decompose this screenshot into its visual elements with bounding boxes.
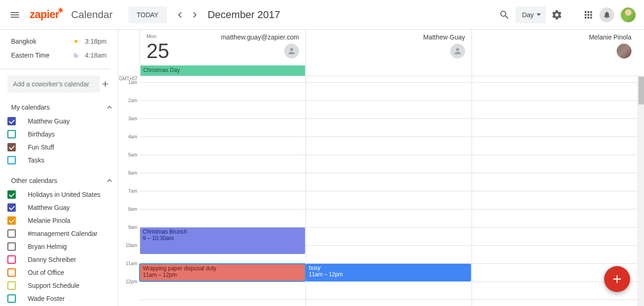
section-title: My calendars bbox=[11, 104, 105, 111]
chevron-left-icon bbox=[174, 9, 185, 20]
date-range-label[interactable]: December 2017 bbox=[208, 9, 281, 21]
calendar-label: Tasks bbox=[28, 156, 45, 164]
view-selector-label: Day bbox=[522, 11, 534, 19]
calendar-item[interactable]: Danny Schreiber bbox=[0, 253, 118, 266]
notifications-button[interactable] bbox=[599, 7, 614, 22]
calendar-label: Melanie Pinola bbox=[28, 217, 70, 224]
chevron-right-icon bbox=[189, 9, 200, 20]
calendar-checkbox[interactable] bbox=[7, 216, 16, 225]
calendar-item[interactable]: Fun Stuff bbox=[0, 141, 118, 154]
calendar-checkbox[interactable] bbox=[7, 143, 16, 151]
calendar-section-header[interactable]: My calendars bbox=[0, 100, 118, 115]
timezone-row[interactable]: Bangkok 3:18pm bbox=[0, 34, 118, 48]
chevron-up-icon bbox=[105, 176, 114, 185]
view-selector[interactable]: Day bbox=[516, 7, 546, 23]
section-title: Other calendars bbox=[11, 177, 105, 184]
today-button[interactable]: TODAY bbox=[128, 7, 167, 23]
column-avatar[interactable] bbox=[450, 44, 465, 59]
column-owner: Matthew Guay bbox=[423, 33, 465, 41]
allday-event[interactable]: Christmas Day bbox=[140, 65, 305, 76]
calendar-label: Support Schedule bbox=[28, 282, 79, 289]
chevron-up-icon bbox=[105, 103, 114, 112]
calendar-item[interactable]: Tasks bbox=[0, 154, 118, 167]
calendar-label: Matthew Guay bbox=[28, 204, 70, 211]
calendar-label: Wade Foster bbox=[28, 295, 65, 302]
calendar-checkbox[interactable] bbox=[7, 130, 16, 138]
calendar-label: Fun Stuff bbox=[28, 143, 54, 151]
calendar-item[interactable]: #management Calendar bbox=[0, 227, 118, 240]
calendar-item[interactable]: Holidays in United States bbox=[0, 188, 118, 201]
logo[interactable]: zapier✱ Calendar bbox=[30, 8, 113, 21]
calendar-label: Bryan Helmig bbox=[28, 243, 67, 250]
calendar-checkbox[interactable] bbox=[7, 268, 16, 277]
calendar-item[interactable]: Wade Foster bbox=[0, 292, 118, 305]
plus-icon bbox=[101, 79, 110, 89]
schedule-body[interactable]: GMT+07 1am2am3am4am5am6am7am8am9am10am11… bbox=[118, 76, 644, 306]
calendar-checkbox[interactable] bbox=[7, 203, 16, 212]
date-nav bbox=[172, 7, 202, 22]
calendar-checkbox[interactable] bbox=[7, 156, 16, 164]
person-column[interactable]: busy11am – 12pm bbox=[306, 76, 472, 306]
search-button[interactable] bbox=[495, 6, 514, 24]
sun-icon bbox=[72, 37, 80, 46]
calendar-item[interactable]: Support Schedule bbox=[0, 279, 118, 292]
column-avatar[interactable] bbox=[284, 44, 299, 59]
calendar-checkbox[interactable] bbox=[7, 281, 16, 290]
column-avatar[interactable] bbox=[617, 44, 631, 59]
next-button[interactable] bbox=[187, 7, 202, 22]
bell-icon bbox=[603, 11, 611, 19]
divider bbox=[0, 69, 110, 69]
date-gutter bbox=[118, 30, 140, 76]
calendar-event[interactable]: busy11am – 12pm bbox=[306, 264, 471, 281]
calendar-section-header[interactable]: Other calendars bbox=[0, 173, 118, 188]
schedule-view: Mon25 matthew.guay@zapier.com Christmas … bbox=[118, 30, 644, 306]
timezone-name: Bangkok bbox=[11, 38, 72, 45]
timezone-time: 4:18am bbox=[85, 52, 107, 59]
user-avatar[interactable] bbox=[621, 7, 636, 22]
calendar-event[interactable]: Christmas Brunch9 – 10:30am bbox=[140, 228, 305, 254]
moon-icon bbox=[72, 51, 80, 59]
calendar-item[interactable]: Matthew Guay bbox=[0, 115, 118, 128]
calendar-checkbox[interactable] bbox=[7, 255, 16, 264]
calendar-item[interactable]: Birthdays bbox=[0, 128, 118, 141]
create-event-button[interactable] bbox=[604, 266, 630, 292]
calendar-checkbox[interactable] bbox=[7, 229, 16, 238]
hamburger-icon bbox=[9, 9, 20, 20]
column-owner: matthew.guay@zapier.com bbox=[221, 33, 299, 41]
scrollbar[interactable] bbox=[638, 77, 644, 306]
calendar-checkbox[interactable] bbox=[7, 294, 16, 303]
plus-icon bbox=[611, 273, 624, 286]
hour-label: 12pm bbox=[118, 282, 137, 300]
dropdown-icon bbox=[536, 13, 541, 16]
add-coworker-button[interactable] bbox=[100, 76, 110, 92]
main-menu-button[interactable] bbox=[4, 4, 26, 26]
calendar-item[interactable]: Out of Office bbox=[0, 266, 118, 279]
timezone-row[interactable]: Eastern Time 4:18am bbox=[0, 48, 118, 62]
calendar-item[interactable]: Matthew Guay bbox=[0, 201, 118, 214]
event-time: 11am – 12pm bbox=[309, 271, 343, 278]
timezone-time: 3:18pm bbox=[85, 38, 107, 45]
person-column-header: Mon25 matthew.guay@zapier.com Christmas … bbox=[140, 30, 306, 76]
event-title: Christmas Brunch bbox=[143, 228, 302, 235]
calendar-label: #management Calendar bbox=[28, 230, 97, 237]
person-column[interactable]: Christmas Brunch9 – 10:30amWrapping pape… bbox=[140, 76, 306, 306]
calendar-checkbox[interactable] bbox=[7, 190, 16, 199]
add-coworker-input[interactable] bbox=[7, 76, 100, 92]
calendar-event[interactable]: Wrapping paper disposal duty11am – 12pm bbox=[140, 264, 305, 281]
apps-button[interactable] bbox=[579, 6, 598, 24]
prev-button[interactable] bbox=[172, 7, 187, 22]
settings-button[interactable] bbox=[548, 6, 566, 24]
timezone-name: Eastern Time bbox=[11, 52, 72, 59]
header-right: Day bbox=[495, 6, 640, 24]
day-number[interactable]: 25 bbox=[147, 41, 169, 61]
svg-point-0 bbox=[75, 40, 78, 43]
sidebar: Bangkok 3:18pmEastern Time 4:18am My cal… bbox=[0, 30, 118, 306]
calendar-label: Birthdays bbox=[28, 130, 55, 138]
calendar-item[interactable]: Melanie Pinola bbox=[0, 214, 118, 227]
calendar-item[interactable]: Bryan Helmig bbox=[0, 240, 118, 253]
main-content: Bangkok 3:18pmEastern Time 4:18am My cal… bbox=[0, 30, 644, 306]
event-title: busy bbox=[309, 265, 468, 271]
time-gutter: GMT+07 1am2am3am4am5am6am7am8am9am10am11… bbox=[118, 76, 140, 306]
calendar-checkbox[interactable] bbox=[7, 242, 16, 251]
calendar-checkbox[interactable] bbox=[7, 117, 16, 125]
